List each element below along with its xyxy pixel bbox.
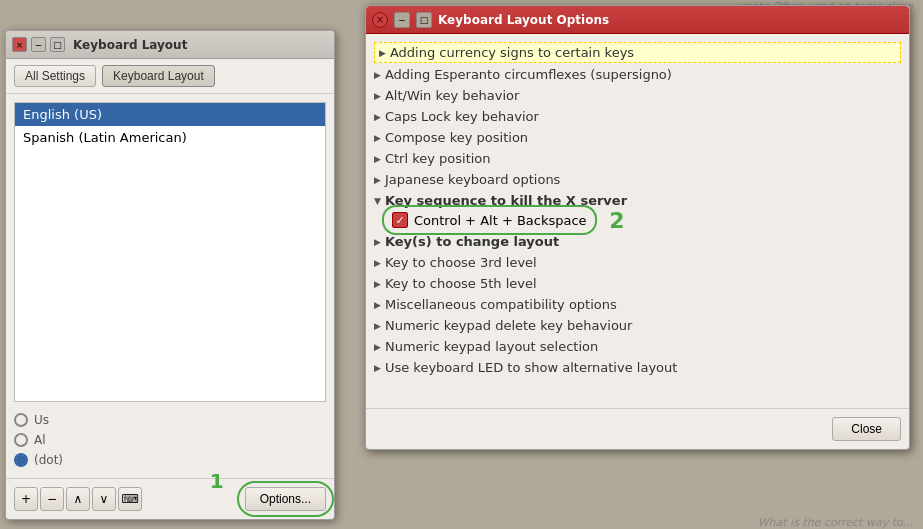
window-title: Keyboard Layout: [73, 38, 187, 52]
triangle-misc-compat: ▶: [374, 300, 381, 310]
window-toolbar: All Settings Keyboard Layout: [6, 59, 334, 94]
dialog-titlebar: × − □ Keyboard Layout Options: [366, 6, 909, 34]
triangle-currency: ▶: [379, 48, 386, 58]
option-label-5th-level: Key to choose 5th level: [385, 276, 537, 291]
option-group-compose: ▶ Compose key position: [374, 128, 901, 147]
radio-row-3: (dot): [14, 450, 326, 470]
radio-row-2: Al: [14, 430, 326, 450]
triangle-ctrl: ▶: [374, 154, 381, 164]
kill-server-checkbox[interactable]: [392, 212, 408, 228]
triangle-esperanto: ▶: [374, 70, 381, 80]
option-group-misc-compat: ▶ Miscellaneous compatibility options: [374, 295, 901, 314]
radio-label-3: (dot): [34, 453, 63, 467]
option-label-3rd-level: Key to choose 3rd level: [385, 255, 537, 270]
option-header-esperanto[interactable]: ▶ Adding Esperanto circumflexes (supersi…: [374, 65, 901, 84]
option-label-led: Use keyboard LED to show alternative lay…: [385, 360, 677, 375]
add-layout-btn[interactable]: +: [14, 487, 38, 511]
window-bottom-bar: + − ∧ ∨ ⌨ Options... 1: [6, 478, 334, 519]
options-btn-wrapper: Options... 1: [245, 487, 326, 511]
keyboard-layout-titlebar: × − □ Keyboard Layout: [6, 31, 334, 59]
option-label-kill-server: Key sequence to kill the X server: [385, 193, 627, 208]
option-group-japanese: ▶ Japanese keyboard options: [374, 170, 901, 189]
triangle-caps-lock: ▶: [374, 112, 381, 122]
window-max-btn[interactable]: □: [50, 37, 65, 52]
option-group-caps-lock: ▶ Caps Lock key behavior: [374, 107, 901, 126]
option-header-compose[interactable]: ▶ Compose key position: [374, 128, 901, 147]
radio-2[interactable]: [14, 433, 28, 447]
radio-label-2: Al: [34, 433, 46, 447]
option-header-ctrl[interactable]: ▶ Ctrl key position: [374, 149, 901, 168]
option-header-change-layout[interactable]: ▶ Key(s) to change layout: [374, 232, 901, 251]
option-label-japanese: Japanese keyboard options: [385, 172, 560, 187]
number-2-badge: 2: [609, 208, 624, 233]
option-header-japanese[interactable]: ▶ Japanese keyboard options: [374, 170, 901, 189]
window-min-btn[interactable]: −: [31, 37, 46, 52]
option-label-ctrl: Ctrl key position: [385, 151, 491, 166]
dialog-min-btn[interactable]: −: [394, 12, 410, 28]
layout-item-english[interactable]: English (US): [15, 103, 325, 126]
option-label-numpad-delete: Numeric keypad delete key behaviour: [385, 318, 633, 333]
triangle-5th-level: ▶: [374, 279, 381, 289]
option-group-3rd-level: ▶ Key to choose 3rd level: [374, 253, 901, 272]
radio-1[interactable]: [14, 413, 28, 427]
option-header-numpad-delete[interactable]: ▶ Numeric keypad delete key behaviour: [374, 316, 901, 335]
move-down-btn[interactable]: ∨: [92, 487, 116, 511]
options-btn[interactable]: Options...: [245, 487, 326, 511]
number-1-badge: 1: [210, 469, 224, 493]
option-group-esperanto: ▶ Adding Esperanto circumflexes (supersi…: [374, 65, 901, 84]
kill-server-label: Control + Alt + Backspace: [414, 213, 587, 228]
radio-row-1: Us: [14, 410, 326, 430]
kill-server-item-wrapper: Control + Alt + Backspace 2: [392, 210, 587, 230]
keyboard-layout-window: × − □ Keyboard Layout All Settings Keybo…: [5, 30, 335, 520]
triangle-change-layout: ▶: [374, 237, 381, 247]
keyboard-layout-tab-btn[interactable]: Keyboard Layout: [102, 65, 215, 87]
window-controls: × − □: [12, 37, 65, 52]
triangle-numpad-delete: ▶: [374, 321, 381, 331]
option-header-misc-compat[interactable]: ▶ Miscellaneous compatibility options: [374, 295, 901, 314]
triangle-kill-server: ▼: [374, 196, 381, 206]
option-header-alt-win[interactable]: ▶ Alt/Win key behavior: [374, 86, 901, 105]
option-header-kill-server[interactable]: ▼ Key sequence to kill the X server: [374, 191, 901, 210]
triangle-3rd-level: ▶: [374, 258, 381, 268]
triangle-led: ▶: [374, 363, 381, 373]
layout-name-english: English (US): [23, 107, 102, 122]
dialog-footer: Close: [366, 408, 909, 449]
radio-label-1: Us: [34, 413, 49, 427]
option-group-numpad-layout: ▶ Numeric keypad layout selection: [374, 337, 901, 356]
option-group-led: ▶ Use keyboard LED to show alternative l…: [374, 358, 901, 377]
layout-list[interactable]: English (US) Spanish (Latin American): [14, 102, 326, 402]
option-group-currency: ▶ Adding currency signs to certain keys: [374, 42, 901, 63]
window-close-btn[interactable]: ×: [12, 37, 27, 52]
option-label-currency: Adding currency signs to certain keys: [390, 45, 634, 60]
option-label-compose: Compose key position: [385, 130, 528, 145]
bg-hint-bottom: What is the correct way to...: [758, 516, 913, 529]
option-header-5th-level[interactable]: ▶ Key to choose 5th level: [374, 274, 901, 293]
option-group-alt-win: ▶ Alt/Win key behavior: [374, 86, 901, 105]
option-label-misc-compat: Miscellaneous compatibility options: [385, 297, 617, 312]
keyboard-preview-btn[interactable]: ⌨: [118, 487, 142, 511]
dialog-close-icon[interactable]: ×: [372, 12, 388, 28]
layout-content-area: English (US) Spanish (Latin American) Us…: [6, 94, 334, 478]
option-header-3rd-level[interactable]: ▶ Key to choose 3rd level: [374, 253, 901, 272]
option-header-caps-lock[interactable]: ▶ Caps Lock key behavior: [374, 107, 901, 126]
all-settings-btn[interactable]: All Settings: [14, 65, 96, 87]
option-group-ctrl: ▶ Ctrl key position: [374, 149, 901, 168]
dialog-max-btn[interactable]: □: [416, 12, 432, 28]
option-label-alt-win: Alt/Win key behavior: [385, 88, 519, 103]
option-header-led[interactable]: ▶ Use keyboard LED to show alternative l…: [374, 358, 901, 377]
option-header-numpad-layout[interactable]: ▶ Numeric keypad layout selection: [374, 337, 901, 356]
triangle-japanese: ▶: [374, 175, 381, 185]
option-header-currency[interactable]: ▶ Adding currency signs to certain keys: [374, 42, 901, 63]
option-group-change-layout: ▶ Key(s) to change layout: [374, 232, 901, 251]
option-group-numpad-delete: ▶ Numeric keypad delete key behaviour: [374, 316, 901, 335]
option-label-esperanto: Adding Esperanto circumflexes (supersign…: [385, 67, 672, 82]
triangle-alt-win: ▶: [374, 91, 381, 101]
option-label-change-layout: Key(s) to change layout: [385, 234, 559, 249]
move-up-btn[interactable]: ∧: [66, 487, 90, 511]
options-scroll[interactable]: ▶ Adding currency signs to certain keys …: [366, 38, 909, 404]
layout-item-spanish[interactable]: Spanish (Latin American): [15, 126, 325, 149]
kill-server-item: Control + Alt + Backspace: [392, 210, 587, 230]
radio-3[interactable]: [14, 453, 28, 467]
dialog-close-btn[interactable]: Close: [832, 417, 901, 441]
remove-layout-btn[interactable]: −: [40, 487, 64, 511]
